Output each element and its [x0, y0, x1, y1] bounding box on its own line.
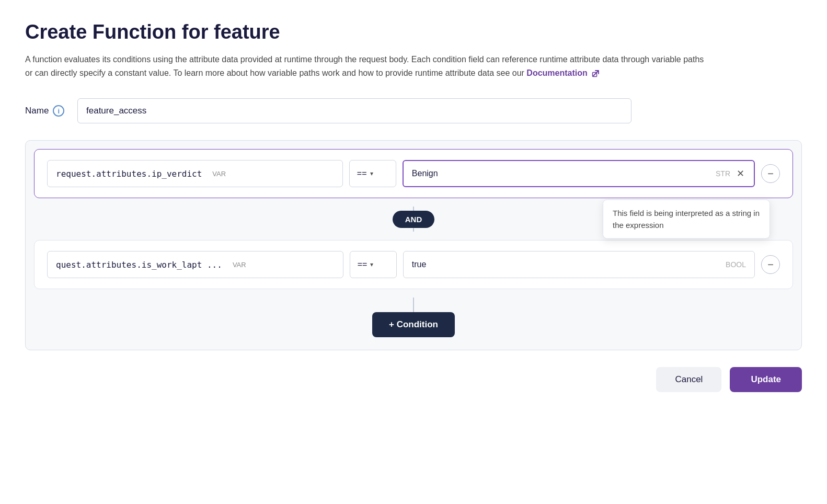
value-field-1: STR ✕ — [403, 160, 755, 187]
remove-condition-button-1[interactable]: − — [761, 164, 780, 183]
documentation-link[interactable]: Documentation — [526, 68, 600, 77]
operator-chevron-1: ▾ — [370, 170, 373, 177]
operator-chevron-2: ▾ — [370, 261, 373, 268]
and-pill: AND — [393, 211, 435, 228]
condition-field-2[interactable]: quest.attributes.is_work_lapt ... VAR — [47, 251, 343, 278]
condition-field-text-2: quest.attributes.is_work_lapt ... — [56, 260, 222, 270]
value-field-2: BOOL — [403, 251, 755, 278]
condition-field-type-1: VAR — [212, 170, 226, 178]
clear-value-button-1[interactable]: ✕ — [736, 167, 745, 180]
and-connector-row: AND This field is being interpreted as a… — [26, 207, 801, 232]
operator-select-1[interactable]: == ▾ — [349, 160, 396, 187]
condition-field-text-1: request.attributes.ip_verdict — [56, 169, 202, 179]
value-type-2: BOOL — [726, 260, 746, 269]
condition-field-type-2: VAR — [233, 261, 246, 269]
operator-select-2[interactable]: == ▾ — [350, 251, 397, 278]
tooltip-box: This field is being interpreted as a str… — [603, 200, 770, 239]
condition-row-2: quest.attributes.is_work_lapt ... VAR ==… — [34, 240, 793, 289]
description-text: A function evaluates its conditions usin… — [25, 55, 704, 77]
page-description: A function evaluates its conditions usin… — [25, 53, 705, 79]
page-title: Create Function for feature — [25, 21, 802, 43]
add-condition-row: + Condition — [26, 297, 801, 350]
value-type-1: STR — [716, 169, 730, 178]
cancel-button[interactable]: Cancel — [656, 367, 721, 392]
condition-field-1[interactable]: request.attributes.ip_verdict VAR — [47, 160, 343, 187]
external-link-icon — [592, 69, 600, 77]
condition-row-1: request.attributes.ip_verdict VAR == ▾ S… — [34, 149, 793, 198]
name-label-text: Name — [25, 106, 49, 116]
add-condition-button[interactable]: + Condition — [372, 312, 455, 337]
conditions-container: request.attributes.ip_verdict VAR == ▾ S… — [25, 140, 802, 350]
remove-condition-button-2[interactable]: − — [761, 255, 780, 274]
name-label: Name i — [25, 105, 67, 117]
name-row: Name i — [25, 98, 802, 123]
name-info-icon[interactable]: i — [53, 105, 64, 117]
footer-row: Cancel Update — [25, 367, 802, 392]
name-input[interactable] — [77, 98, 631, 123]
update-button[interactable]: Update — [730, 367, 802, 392]
value-input-1[interactable] — [412, 169, 710, 178]
documentation-link-text: Documentation — [526, 68, 587, 77]
operator-value-1: == — [357, 169, 367, 178]
operator-value-2: == — [358, 260, 367, 269]
value-input-2[interactable] — [412, 260, 720, 269]
